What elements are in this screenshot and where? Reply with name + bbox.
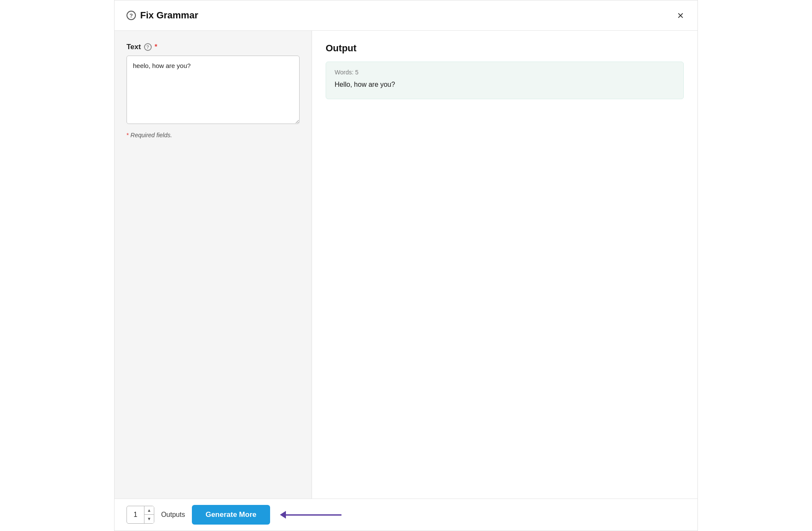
stepper-controls: ▲ ▼	[144, 506, 154, 523]
field-help-icon[interactable]: ?	[144, 43, 152, 51]
modal-body: Text ? * heelo, how are you? * Required …	[115, 31, 697, 499]
modal-title-area: ? Fix Grammar	[127, 10, 198, 21]
modal-title: Fix Grammar	[140, 10, 198, 21]
fix-grammar-modal: ? Fix Grammar × Text ? * heelo, how are …	[114, 0, 698, 531]
text-input[interactable]: heelo, how are you?	[127, 56, 300, 124]
output-text: Hello, how are you?	[335, 79, 675, 90]
output-title: Output	[326, 43, 684, 54]
outputs-label: Outputs	[161, 511, 185, 519]
required-note: * Required fields.	[127, 132, 300, 139]
header-help-icon[interactable]: ?	[127, 11, 136, 20]
right-panel: Output Words: 5 Hello, how are you?	[312, 31, 697, 499]
stepper-up-button[interactable]: ▲	[144, 506, 154, 515]
arrow-head	[280, 511, 286, 519]
modal-header: ? Fix Grammar ×	[115, 0, 697, 31]
arrow-indicator	[280, 511, 341, 519]
output-card: Words: 5 Hello, how are you?	[326, 62, 684, 99]
output-word-count: Words: 5	[335, 69, 675, 76]
required-note-text: Required fields.	[129, 132, 172, 139]
close-button[interactable]: ×	[676, 8, 685, 23]
outputs-value-input[interactable]	[127, 511, 144, 519]
close-icon: ×	[677, 9, 684, 22]
required-star: *	[155, 43, 157, 51]
stepper-down-button[interactable]: ▼	[144, 515, 154, 523]
generate-more-button[interactable]: Generate More	[192, 505, 270, 525]
field-label: Text	[127, 43, 141, 51]
arrow-line	[286, 514, 341, 516]
outputs-stepper[interactable]: ▲ ▼	[127, 506, 154, 524]
field-label-row: Text ? *	[127, 43, 300, 51]
left-panel: Text ? * heelo, how are you? * Required …	[115, 31, 312, 499]
modal-footer: ▲ ▼ Outputs Generate More	[115, 499, 697, 531]
